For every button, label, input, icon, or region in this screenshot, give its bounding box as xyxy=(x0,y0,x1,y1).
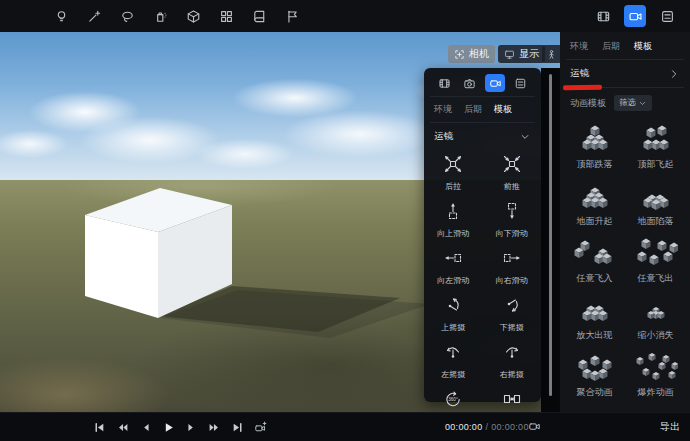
camera-move-item[interactable]: 右摇摄 xyxy=(483,342,542,380)
camera-move-label: 下摇摄 xyxy=(500,322,524,333)
export-button[interactable]: 导出 xyxy=(660,413,680,441)
book-icon[interactable] xyxy=(248,5,270,27)
template-item[interactable]: 顶部跌落 xyxy=(564,124,625,171)
camera-move-label: 后拉 xyxy=(445,181,461,192)
step-back-icon[interactable] xyxy=(138,420,152,434)
template-filter-dropdown[interactable]: 筛选 xyxy=(614,95,652,111)
filter-label: 筛选 xyxy=(619,97,636,109)
camera-move-item[interactable]: 向上滑动 xyxy=(424,201,483,239)
camera-move-item[interactable]: 后拉 xyxy=(424,154,483,192)
cube-icon[interactable] xyxy=(182,5,204,27)
template-label: 聚合动画 xyxy=(577,386,613,399)
template-item[interactable]: 爆炸动画 xyxy=(625,352,686,399)
camera-move-item[interactable]: 向下滑动 xyxy=(483,201,542,239)
svg-text:360°: 360° xyxy=(448,397,458,402)
orbit-icon: 360° xyxy=(443,389,463,413)
camera-move-item[interactable]: 下摇摄 xyxy=(483,295,542,333)
templates-grid: 顶部跌落顶部飞起地面升起地面陷落任意飞入任意飞出放大出现缩小消失聚合动画爆炸动画 xyxy=(560,124,690,399)
camera-move-item[interactable]: 左摇摄 xyxy=(424,342,483,380)
walk-mode-badge[interactable] xyxy=(542,45,560,63)
display-toggle-badge[interactable]: 显示 xyxy=(498,45,545,63)
bottom-bar: 00:00:00 / 00:00:00 导出 xyxy=(0,412,690,441)
video-icon[interactable] xyxy=(485,74,505,92)
playback-controls xyxy=(92,413,267,441)
camera-moves-section-collapsed[interactable]: 运镜 xyxy=(560,60,690,87)
camera-move-label: 上摇摄 xyxy=(441,322,465,333)
template-item[interactable]: 顶部飞起 xyxy=(625,124,686,171)
checklist-icon[interactable] xyxy=(511,74,531,92)
display-badge-label: 显示 xyxy=(519,47,539,61)
cube-front-face xyxy=(85,215,158,318)
tab-environment[interactable]: 环境 xyxy=(434,103,452,116)
camera-template-panel: 环境后期模板 运镜 后拉前推向上滑动向下滑动向左滑动向右滑动上摇摄下摇摄左摇摄右… xyxy=(424,68,541,402)
camera-move-label: 向右滑动 xyxy=(496,275,528,286)
tab-environment[interactable]: 环境 xyxy=(570,40,588,53)
film-icon[interactable] xyxy=(592,5,614,27)
tilt-up-icon xyxy=(443,295,463,319)
camera-moves-section[interactable]: 运镜 xyxy=(424,123,541,150)
play-icon[interactable] xyxy=(161,420,175,434)
template-item[interactable]: 任意飞出 xyxy=(625,238,686,285)
scrollbar[interactable] xyxy=(549,74,552,396)
bulb-icon[interactable] xyxy=(50,5,72,27)
step-fwd-icon[interactable] xyxy=(184,420,198,434)
template-item[interactable]: 任意飞入 xyxy=(564,238,625,285)
animation-templates-title: 动画模板 xyxy=(570,97,606,110)
checklist-icon[interactable] xyxy=(656,5,678,27)
tab-template[interactable]: 模板 xyxy=(634,40,652,53)
skip-start-icon[interactable] xyxy=(92,420,106,434)
template-item[interactable]: 地面陷落 xyxy=(625,181,686,228)
app-window: 相机 显示 环境后期模板 运镜 后拉前推向上滑动向下滑动向左滑动向右滑动上摇摄下… xyxy=(0,0,690,441)
toolbar-left-icons xyxy=(0,5,303,27)
camera-move-label: 向上滑动 xyxy=(437,228,469,239)
red-annotation xyxy=(563,85,602,90)
push-in-icon xyxy=(502,154,522,178)
template-label: 任意飞出 xyxy=(638,272,674,285)
camera-move-item[interactable]: 向左滑动 xyxy=(424,248,483,286)
chevron-down-icon xyxy=(638,99,647,108)
template-label: 地面升起 xyxy=(577,215,613,228)
right-panel: 环境后期模板 运镜 动画模板 筛选 顶部跌落顶部飞起地面升起地面陷落任意飞入任意… xyxy=(560,32,690,412)
skip-end-icon[interactable] xyxy=(230,420,244,434)
lasso-icon[interactable] xyxy=(116,5,138,27)
fast-back-icon[interactable] xyxy=(115,420,129,434)
camera-moves-grid: 后拉前推向上滑动向下滑动向左滑动向右滑动上摇摄下摇摄左摇摄右摇摄360°环绕缩时… xyxy=(424,150,541,427)
cam-add-icon[interactable] xyxy=(253,420,267,434)
chevron-right-icon xyxy=(668,68,680,80)
video-icon[interactable] xyxy=(624,5,646,27)
film-icon[interactable] xyxy=(434,74,454,92)
template-label: 缩小消失 xyxy=(638,329,674,342)
fly-top-thumb xyxy=(634,124,678,154)
toolbar-right-icons xyxy=(592,5,690,27)
wand-icon[interactable] xyxy=(83,5,105,27)
template-item[interactable]: 放大出现 xyxy=(564,295,625,342)
fly-out-thumb xyxy=(634,238,678,268)
camera-move-item[interactable]: 向右滑动 xyxy=(483,248,542,286)
template-item[interactable]: 缩小消失 xyxy=(625,295,686,342)
slide-right-icon xyxy=(502,248,522,272)
slide-down-icon xyxy=(502,201,522,225)
camera-move-item[interactable]: 上摇摄 xyxy=(424,295,483,333)
tab-template[interactable]: 模板 xyxy=(494,103,512,116)
camera-move-label: 向下滑动 xyxy=(496,228,528,239)
template-label: 顶部跌落 xyxy=(577,158,613,171)
template-item[interactable]: 地面升起 xyxy=(564,181,625,228)
scale-out-thumb xyxy=(634,295,678,325)
fast-fwd-icon[interactable] xyxy=(207,420,221,434)
tab-post[interactable]: 后期 xyxy=(464,103,482,116)
slide-left-icon xyxy=(443,248,463,272)
spray-icon[interactable] xyxy=(149,5,171,27)
flag-icon[interactable] xyxy=(281,5,303,27)
tab-post[interactable]: 后期 xyxy=(602,40,620,53)
array-icon[interactable] xyxy=(215,5,237,27)
camera-mode-badge[interactable]: 相机 xyxy=(448,45,495,63)
camera-move-item[interactable]: 前推 xyxy=(483,154,542,192)
photo-icon[interactable] xyxy=(460,74,480,92)
camera-icon[interactable] xyxy=(528,420,541,433)
template-label: 地面陷落 xyxy=(638,215,674,228)
gather-thumb xyxy=(573,352,617,382)
template-item[interactable]: 聚合动画 xyxy=(564,352,625,399)
monitor-icon xyxy=(504,49,515,60)
camera-move-label: 前推 xyxy=(504,181,520,192)
pan-right-icon xyxy=(502,342,522,366)
